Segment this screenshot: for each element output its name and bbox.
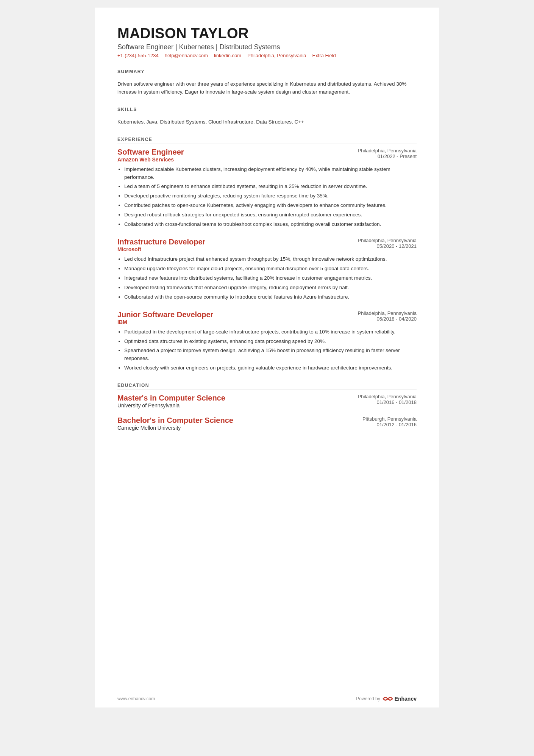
degree-1: Master's in Computer Science	[117, 394, 225, 402]
experience-item-2: Infrastructure Developer Microsoft Phila…	[117, 238, 417, 301]
bullet-2-2: Managed upgrade lifecycles for major clo…	[124, 265, 417, 273]
job-title-2: Infrastructure Developer	[117, 238, 205, 246]
phone: +1-(234)-555-1234	[117, 53, 159, 58]
bullet-1-1: Implemented scalable Kubernetes clusters…	[124, 166, 417, 182]
bullet-1-6: Collaborated with cross-functional teams…	[124, 221, 417, 229]
experience-title: EXPERIENCE	[117, 137, 417, 144]
bullet-3-3: Spearheaded a project to improve system …	[124, 347, 417, 363]
edu-location-1: Philadelphia, Pennsylvania	[341, 394, 417, 399]
edu-header-2: Bachelor's in Computer Science Carnegie …	[117, 416, 417, 431]
bullet-1-3: Developed proactive monitoring strategie…	[124, 192, 417, 200]
bullets-2: Led cloud infrastructure project that en…	[117, 255, 417, 301]
edu-dates-2: 01/2012 - 01/2016	[341, 422, 417, 427]
exp-right-2: Philadelphia, Pennsylvania 05/2020 - 12/…	[341, 238, 417, 249]
job-title-1: Software Engineer	[117, 148, 184, 157]
powered-by-label: Powered by	[356, 696, 380, 701]
bullet-3-4: Worked closely with senior engineers on …	[124, 364, 417, 372]
dates-2: 05/2020 - 12/2021	[341, 243, 417, 249]
exp-header-2: Infrastructure Developer Microsoft Phila…	[117, 238, 417, 252]
exp-header-1: Software Engineer Amazon Web Services Ph…	[117, 148, 417, 163]
company-3: IBM	[117, 319, 213, 325]
location-3: Philadelphia, Pennsylvania	[341, 310, 417, 316]
email: help@enhancv.com	[165, 53, 208, 58]
bullet-2-3: Integrated new features into distributed…	[124, 274, 417, 282]
location-2: Philadelphia, Pennsylvania	[341, 238, 417, 243]
bullets-3: Participated in the development of large…	[117, 328, 417, 373]
bullet-1-2: Led a team of 5 engineers to enhance dis…	[124, 183, 417, 191]
skills-section: SKILLS Kubernetes, Java, Distributed Sys…	[117, 107, 417, 126]
edu-right-2: Pittsburgh, Pennsylvania 01/2012 - 01/20…	[341, 416, 417, 427]
brand-name: Enhancv	[395, 696, 417, 702]
institution-2: Carnegie Mellon University	[117, 425, 233, 431]
summary-section: SUMMARY Driven software engineer with ov…	[117, 69, 417, 96]
edu-dates-1: 01/2016 - 01/2018	[341, 399, 417, 405]
job-title-3: Junior Software Developer	[117, 310, 213, 319]
exp-right-3: Philadelphia, Pennsylvania 06/2018 - 04/…	[341, 310, 417, 322]
institution-1: University of Pennsylvania	[117, 402, 225, 409]
education-section: EDUCATION Master's in Computer Science U…	[117, 383, 417, 431]
extra-field: Extra Field	[312, 53, 336, 58]
exp-left-3: Junior Software Developer IBM	[117, 310, 213, 325]
location: Philadelphia, Pennsylvania	[247, 53, 306, 58]
resume-page: MADISON TAYLOR Software Engineer | Kuber…	[95, 8, 439, 707]
resume-body: MADISON TAYLOR Software Engineer | Kuber…	[95, 8, 439, 690]
footer-website: www.enhancv.com	[117, 696, 155, 701]
education-title: EDUCATION	[117, 383, 417, 390]
enhancv-logo-icon	[383, 695, 393, 702]
header: MADISON TAYLOR Software Engineer | Kuber…	[117, 26, 417, 58]
education-item-2: Bachelor's in Computer Science Carnegie …	[117, 416, 417, 431]
skills-list: Kubernetes, Java, Distributed Systems, C…	[117, 118, 417, 126]
candidate-name: MADISON TAYLOR	[117, 26, 417, 42]
exp-right-1: Philadelphia, Pennsylvania 01/2022 - Pre…	[341, 148, 417, 159]
education-item-1: Master's in Computer Science University …	[117, 394, 417, 409]
edu-right-1: Philadelphia, Pennsylvania 01/2016 - 01/…	[341, 394, 417, 405]
bullet-2-1: Led cloud infrastructure project that en…	[124, 255, 417, 263]
page-footer: www.enhancv.com Powered by Enhancv	[95, 690, 439, 707]
footer-brand: Powered by Enhancv	[356, 695, 417, 702]
degree-2: Bachelor's in Computer Science	[117, 416, 233, 425]
bullet-1-4: Contributed patches to open-source Kuber…	[124, 202, 417, 210]
experience-item-3: Junior Software Developer IBM Philadelph…	[117, 310, 417, 373]
summary-title: SUMMARY	[117, 69, 417, 76]
bullets-1: Implemented scalable Kubernetes clusters…	[117, 166, 417, 229]
edu-header-1: Master's in Computer Science University …	[117, 394, 417, 409]
linkedin: linkedin.com	[214, 53, 241, 58]
bullet-3-1: Participated in the development of large…	[124, 328, 417, 336]
bullet-3-2: Optimized data structures in existing sy…	[124, 338, 417, 346]
contact-info: +1-(234)-555-1234 help@enhancv.com linke…	[117, 53, 417, 58]
dates-3: 06/2018 - 04/2020	[341, 316, 417, 322]
enhancv-logo: Enhancv	[383, 695, 417, 702]
bullet-1-5: Designed robust rollback strategies for …	[124, 211, 417, 219]
bullet-2-4: Developed testing frameworks that enhanc…	[124, 284, 417, 292]
location-1: Philadelphia, Pennsylvania	[341, 148, 417, 153]
summary-text: Driven software engineer with over three…	[117, 80, 417, 96]
experience-item-1: Software Engineer Amazon Web Services Ph…	[117, 148, 417, 229]
exp-header-3: Junior Software Developer IBM Philadelph…	[117, 310, 417, 325]
candidate-title: Software Engineer | Kubernetes | Distrib…	[117, 43, 417, 51]
experience-section: EXPERIENCE Software Engineer Amazon Web …	[117, 137, 417, 373]
company-1: Amazon Web Services	[117, 157, 184, 163]
exp-left-1: Software Engineer Amazon Web Services	[117, 148, 184, 163]
bullet-2-5: Collaborated with the open-source commun…	[124, 293, 417, 301]
exp-left-2: Infrastructure Developer Microsoft	[117, 238, 205, 252]
edu-left-1: Master's in Computer Science University …	[117, 394, 225, 409]
skills-title: SKILLS	[117, 107, 417, 114]
company-2: Microsoft	[117, 246, 205, 252]
edu-left-2: Bachelor's in Computer Science Carnegie …	[117, 416, 233, 431]
edu-location-2: Pittsburgh, Pennsylvania	[341, 416, 417, 422]
dates-1: 01/2022 - Present	[341, 153, 417, 159]
